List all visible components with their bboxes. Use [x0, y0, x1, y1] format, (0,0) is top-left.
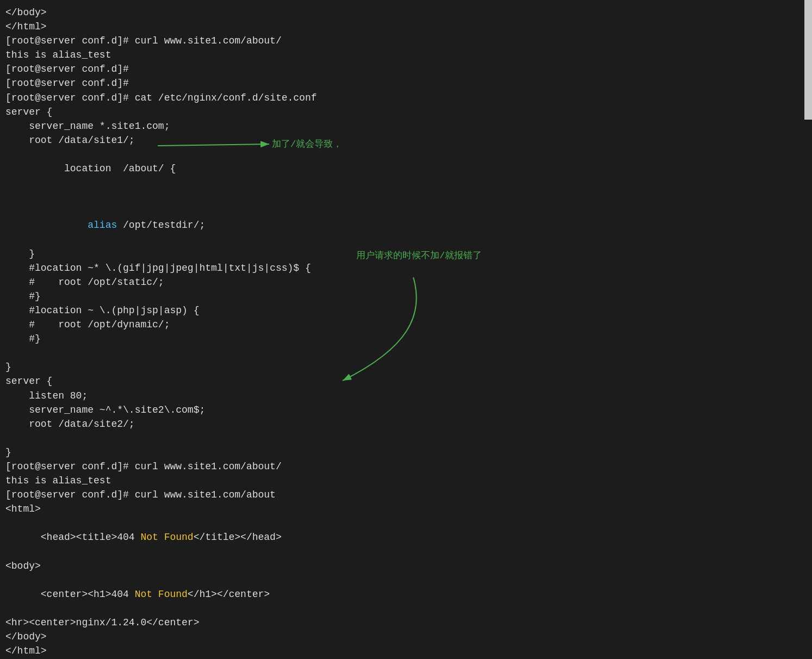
text: this is alias_test: [5, 49, 111, 60]
line-16: #}: [5, 289, 807, 303]
text: # root /opt/static/;: [5, 277, 164, 288]
text: }: [5, 447, 11, 458]
line-29: this is alias_test: [5, 474, 807, 488]
text: </title></head>: [194, 532, 282, 543]
text: server_name *.site1.com;: [5, 121, 170, 132]
line-28: [root@server conf.d]# curl www.site1.com…: [5, 459, 807, 474]
line-17: #location ~ \.(php|jsp|asp) {: [5, 303, 807, 318]
text: [5, 347, 11, 358]
not-found-text-2: Not Found: [135, 589, 188, 600]
alias-keyword: alias: [88, 220, 117, 231]
text: server {: [5, 376, 52, 387]
line-10: root /data/site1/;: [5, 133, 807, 147]
line-14: #location ~* \.(gif|jpg|jpeg|html|txt|js…: [5, 261, 807, 275]
line-25: root /data/site2/;: [5, 417, 807, 431]
text: root /data/site2/;: [5, 419, 135, 430]
line-5: [root@server conf.d]#: [5, 62, 807, 76]
text: #location ~ \.(php|jsp|asp) {: [5, 305, 199, 316]
text: <hr><center>nginx/1.24.0</center>: [5, 617, 199, 628]
line-20: [5, 346, 807, 360]
line-8: server {: [5, 105, 807, 119]
line-36: </body>: [5, 630, 807, 644]
line-1: </body>: [5, 5, 807, 20]
line-31: <html>: [5, 502, 807, 516]
line-3: [root@server conf.d]# curl www.site1.com…: [5, 34, 807, 48]
line-37: </html>: [5, 644, 807, 658]
line-18: # root /opt/dynamic/;: [5, 318, 807, 332]
line-7: [root@server conf.d]# cat /etc/nginx/con…: [5, 91, 807, 105]
text: root /data/site1/;: [5, 135, 135, 146]
text: [41, 220, 88, 231]
text: server_name ~^.*\.site2\.com$;: [5, 405, 205, 415]
line-11: location /about/ {: [5, 147, 807, 204]
text: #}: [5, 291, 41, 302]
line-22: server {: [5, 374, 807, 388]
text: }: [5, 248, 35, 259]
line-2: </html>: [5, 20, 807, 34]
text: [root@server conf.d]#: [5, 78, 129, 89]
line-23: listen 80;: [5, 389, 807, 403]
text: [root@server conf.d]# cat /etc/nginx/con…: [5, 92, 317, 103]
terminal: </body> </html> [root@server conf.d]# cu…: [0, 0, 812, 659]
text: [root@server conf.d]#: [5, 64, 129, 74]
text: /opt/testdir/;: [117, 220, 205, 231]
text: server {: [5, 107, 52, 117]
line-35: <hr><center>nginx/1.24.0</center>: [5, 616, 807, 630]
text: [root@server conf.d]# curl www.site1.com…: [5, 489, 276, 500]
line-15: # root /opt/static/;: [5, 275, 807, 289]
text: </html>: [5, 21, 47, 32]
text: <html>: [5, 503, 41, 514]
line-9: server_name *.site1.com;: [5, 119, 807, 133]
line-34: <center><h1>404 Not Found</h1></center>: [5, 573, 807, 616]
line-6: [root@server conf.d]#: [5, 76, 807, 90]
text: [root@server conf.d]# curl www.site1.com…: [5, 461, 282, 472]
text: <body>: [5, 561, 41, 571]
line-19: #}: [5, 332, 807, 346]
line-4: this is alias_test: [5, 48, 807, 62]
line-21: }: [5, 360, 807, 374]
line-32: <head><title>404 Not Found</title></head…: [5, 516, 807, 558]
line-27: }: [5, 445, 807, 459]
text: </body>: [5, 631, 47, 642]
text: location /about/ {: [41, 163, 176, 174]
terminal-content: </body> </html> [root@server conf.d]# cu…: [5, 5, 807, 659]
text: }: [5, 362, 11, 372]
text: listen 80;: [5, 390, 88, 401]
text: </h1></center>: [188, 589, 270, 600]
text: </html>: [5, 645, 47, 656]
text: <center><h1>404: [41, 589, 135, 600]
text: [root@server conf.d]# curl www.site1.com…: [5, 35, 282, 46]
line-33: <body>: [5, 559, 807, 573]
line-26: [5, 431, 807, 445]
scrollbar[interactable]: [804, 0, 812, 120]
line-12: alias /opt/testdir/;: [5, 204, 807, 246]
text: [5, 433, 11, 444]
line-24: server_name ~^.*\.site2\.com$;: [5, 403, 807, 417]
line-13: }: [5, 247, 807, 261]
text: #location ~* \.(gif|jpg|jpeg|html|txt|js…: [5, 263, 311, 273]
text: #}: [5, 333, 41, 344]
line-30: [root@server conf.d]# curl www.site1.com…: [5, 488, 807, 502]
not-found-text-1: Not Found: [140, 532, 193, 543]
text: </body>: [5, 7, 47, 18]
text: # root /opt/dynamic/;: [5, 319, 170, 330]
text: this is alias_test: [5, 475, 111, 486]
text: <head><title>404: [41, 532, 141, 543]
